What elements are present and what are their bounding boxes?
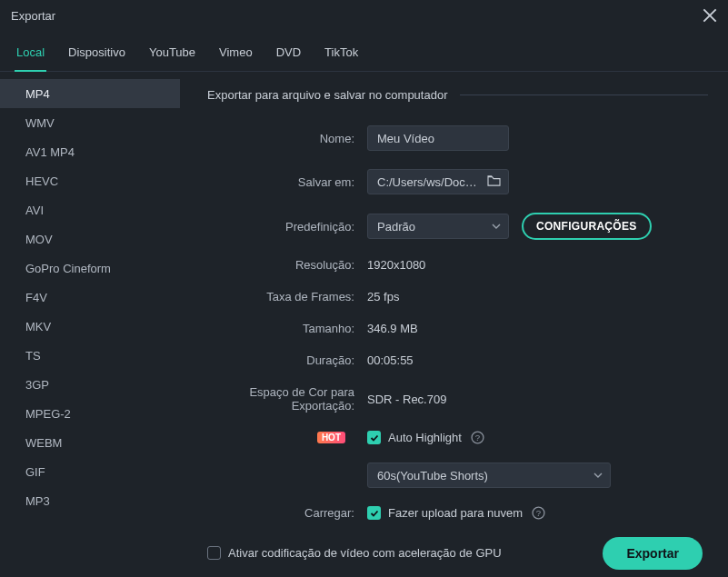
- export-tabs: LocalDispositivoYouTubeVimeoDVDTikTok: [0, 31, 728, 72]
- save-label: Salvar em:: [207, 175, 367, 189]
- tab-youtube[interactable]: YouTube: [147, 40, 197, 71]
- name-input-value: Meu Vídeo: [377, 132, 434, 145]
- export-button[interactable]: Exportar: [603, 537, 703, 570]
- format-sidebar: MP4WMVAV1 MP4HEVCAVIMOVGoPro CineformF4V…: [0, 72, 180, 526]
- name-label: Nome:: [207, 132, 367, 145]
- svg-text:?: ?: [536, 508, 541, 518]
- preset-select[interactable]: Padrão: [367, 214, 509, 239]
- upload-checkbox[interactable]: [367, 506, 381, 520]
- chevron-down-icon: [593, 469, 603, 482]
- size-value: 346.9 MB: [367, 322, 418, 335]
- framerate-label: Taxa de Frames:: [207, 290, 367, 303]
- format-item-f4v[interactable]: F4V: [0, 283, 180, 312]
- gpu-label: Ativar codificação de vídeo com aceleraç…: [228, 546, 502, 560]
- size-label: Tamanho:: [207, 322, 367, 335]
- colorspace-value: SDR - Rec.709: [367, 393, 446, 406]
- format-item-mov[interactable]: MOV: [0, 224, 180, 254]
- auto-highlight-label: Auto Highlight: [388, 431, 462, 444]
- auto-highlight-checkbox[interactable]: [367, 431, 381, 444]
- format-item-ts[interactable]: TS: [0, 341, 180, 370]
- format-item-mp4[interactable]: MP4: [0, 79, 180, 108]
- tab-dispositivo[interactable]: Dispositivo: [66, 40, 127, 71]
- format-item-avi[interactable]: AVI: [0, 195, 180, 224]
- section-title: Exportar para arquivo e salvar no comput…: [207, 88, 447, 102]
- upload-text: Fazer upload para nuvem: [388, 506, 523, 520]
- tab-dvd[interactable]: DVD: [274, 40, 303, 71]
- format-item-wmv[interactable]: WMV: [0, 108, 180, 137]
- gpu-checkbox[interactable]: [207, 546, 221, 560]
- export-settings-panel: Exportar para arquivo e salvar no comput…: [180, 72, 728, 526]
- settings-button[interactable]: CONFIGURAÇÕES: [522, 213, 652, 240]
- titlebar: Exportar: [0, 0, 728, 31]
- duration-label: Duração:: [207, 353, 367, 367]
- resolution-value: 1920x1080: [367, 258, 425, 272]
- resolution-label: Resolução:: [207, 258, 367, 272]
- svg-text:?: ?: [475, 433, 480, 443]
- help-icon[interactable]: ?: [471, 431, 484, 444]
- format-item-gif[interactable]: GIF: [0, 457, 180, 486]
- tab-tiktok[interactable]: TikTok: [323, 40, 360, 71]
- format-item-webm[interactable]: WEBM: [0, 428, 180, 457]
- format-item-3gp[interactable]: 3GP: [0, 370, 180, 399]
- format-item-mpeg-2[interactable]: MPEG-2: [0, 399, 180, 428]
- save-path-value: C:/Users/ws/Documents: [377, 175, 477, 189]
- preset-value: Padrão: [377, 220, 415, 234]
- folder-icon[interactable]: [487, 174, 501, 189]
- format-item-mkv[interactable]: MKV: [0, 312, 180, 341]
- chevron-down-icon: [492, 220, 501, 234]
- tab-vimeo[interactable]: Vimeo: [217, 40, 254, 71]
- format-item-hevc[interactable]: HEVC: [0, 166, 180, 195]
- duration-value: 00:05:55: [367, 353, 414, 367]
- close-icon[interactable]: [703, 8, 717, 23]
- name-input[interactable]: Meu Vídeo: [367, 125, 509, 151]
- colorspace-label: Espaço de Cor para Exportação:: [207, 385, 367, 413]
- tab-local[interactable]: Local: [15, 40, 46, 72]
- highlight-preset-select[interactable]: 60s(YouTube Shorts): [367, 463, 611, 488]
- format-item-av1-mp4[interactable]: AV1 MP4: [0, 137, 180, 166]
- help-icon[interactable]: ?: [532, 506, 545, 520]
- format-item-mp3[interactable]: MP3: [0, 486, 180, 515]
- window-title: Exportar: [11, 9, 55, 23]
- save-path-input[interactable]: C:/Users/ws/Documents: [367, 169, 509, 194]
- framerate-value: 25 fps: [367, 290, 399, 303]
- upload-label: Carregar:: [207, 506, 367, 520]
- highlight-preset-value: 60s(YouTube Shorts): [377, 469, 488, 482]
- divider: [460, 95, 708, 95]
- format-item-gopro-cineform[interactable]: GoPro Cineform: [0, 254, 180, 283]
- hot-badge: HOT: [317, 432, 345, 443]
- footer: Ativar codificação de vídeo com aceleraç…: [0, 526, 728, 577]
- preset-label: Predefinição:: [207, 220, 367, 234]
